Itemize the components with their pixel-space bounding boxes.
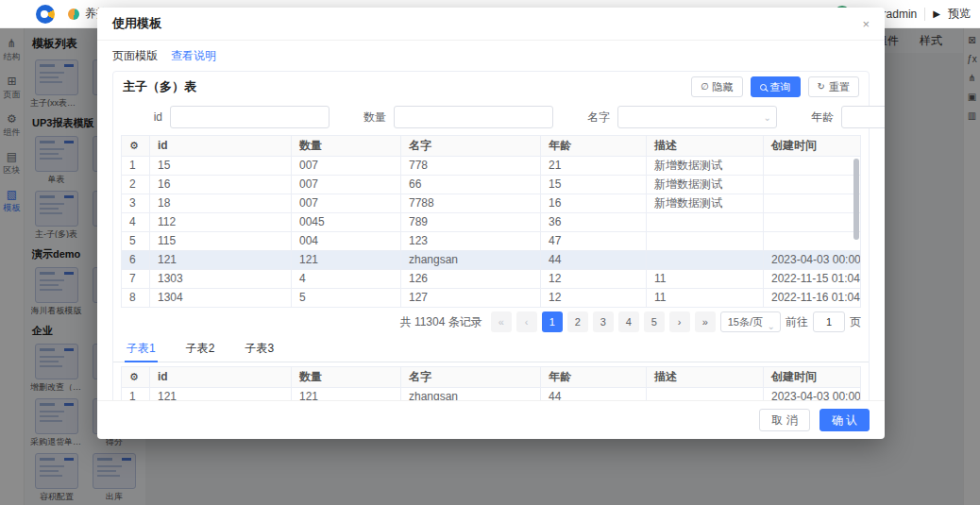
filter-名字-select[interactable] (617, 106, 777, 128)
panel-header: 主子（多）表 ∅隐藏查询↻重置 (113, 72, 869, 101)
table-cell: 007 (292, 176, 401, 194)
main-page-4-button[interactable]: 4 (618, 311, 639, 332)
table-cell: 789 (401, 213, 541, 232)
filter-label: 年龄 (792, 109, 834, 126)
table-row[interactable]: 6121121zhangsan442023-04-03 00:00:00 (122, 251, 861, 270)
table-cell: 12 (541, 270, 647, 289)
confirm-button[interactable]: 确 认 (819, 409, 870, 431)
table-cell: 11 (647, 270, 764, 289)
filter-年龄-input[interactable] (841, 106, 885, 128)
main-page-3-button[interactable]: 3 (593, 311, 614, 332)
main-total-records: 共 11304 条记录 (400, 314, 482, 330)
master-table-panel: 主子（多）表 ∅隐藏查询↻重置 id 数量 名字 ⌄ 年龄 ⚙id数量名字年龄描… (112, 71, 870, 400)
table-cell: 2022-11-16 01:04:04 (764, 289, 861, 308)
filter-field: 名字 ⌄ (568, 106, 792, 128)
main-page-1-button[interactable]: 1 (542, 311, 563, 332)
main-goto-label: 前往 (786, 314, 808, 330)
main-first-page-button[interactable]: « (491, 311, 512, 332)
table-cell: 115 (150, 232, 292, 251)
row-index: 8 (122, 289, 150, 308)
eye-off-icon: ∅ (701, 82, 709, 92)
table-cell: 11 (647, 289, 764, 308)
workspace-dot-icon (68, 8, 79, 20)
filter-数量-input[interactable] (394, 106, 553, 128)
column-header: 数量 (292, 367, 401, 388)
table-cell: 1304 (150, 289, 292, 308)
column-header: 描述 (647, 367, 764, 388)
main-page-size-select[interactable]: 15条/页⌄ (720, 311, 781, 332)
filter-field: 年龄 (792, 106, 885, 128)
panel-title: 主子（多）表 (123, 78, 196, 95)
modal-body: 页面模版 查看说明 主子（多）表 ∅隐藏查询↻重置 id 数量 名字 ⌄ 年龄 (97, 41, 885, 400)
cancel-button[interactable]: 取 消 (759, 409, 809, 431)
table-row[interactable]: 71303412612112022-11-15 01:04:04 (122, 270, 861, 289)
hide-button[interactable]: ∅隐藏 (691, 76, 743, 97)
table-scrollbar[interactable] (853, 159, 859, 240)
row-index: 7 (122, 270, 150, 289)
table-cell: 2023-04-03 00:00:00 (764, 251, 861, 270)
filter-label: 数量 (345, 109, 386, 126)
table-row[interactable]: 511500412347 (122, 232, 861, 251)
table-cell (764, 213, 861, 232)
table-cell (764, 176, 861, 194)
sub-table-wrap: ⚙id数量名字年龄描述创建时间1121121zhangsan442023-04-… (121, 366, 861, 400)
subtable-tab-子表2[interactable]: 子表2 (184, 337, 217, 362)
main-goto-input[interactable] (813, 311, 845, 332)
column-header: 数量 (292, 136, 401, 157)
view-docs-link[interactable]: 查看说明 (171, 48, 216, 64)
column-header: 创建时间 (764, 136, 861, 157)
subtable-tab-子表1[interactable]: 子表1 (125, 337, 158, 362)
table-row[interactable]: 4112004578936 (122, 213, 861, 232)
gear-icon[interactable]: ⚙ (122, 136, 150, 157)
filter-row: id 数量 名字 ⌄ 年龄 (113, 101, 869, 135)
main-last-page-button[interactable]: » (695, 311, 716, 332)
table-cell: 44 (541, 388, 647, 401)
table-cell: 16 (541, 194, 647, 213)
panel-actions: ∅隐藏查询↻重置 (691, 76, 859, 97)
column-header: 年龄 (541, 136, 647, 157)
filter-field: id (121, 106, 345, 128)
main-next-page-button[interactable]: › (669, 311, 690, 332)
table-cell: 778 (401, 157, 541, 176)
table-row[interactable]: 2160076615新增数据测试 (122, 176, 861, 194)
main-table-wrap: ⚙id数量名字年龄描述创建时间11500777821新增数据测试21600766… (121, 135, 861, 308)
main-page-5-button[interactable]: 5 (644, 311, 665, 332)
table-cell: 1303 (150, 270, 292, 289)
main-page-2-button[interactable]: 2 (567, 311, 588, 332)
table-cell: 21 (541, 157, 647, 176)
table-cell: 121 (292, 251, 401, 270)
table-cell: 7788 (401, 194, 541, 213)
table-cell (647, 388, 764, 401)
filter-id-input[interactable] (170, 106, 329, 128)
table-row[interactable]: 81304512712112022-11-16 01:04:04 (122, 289, 861, 308)
reset-button[interactable]: ↻重置 (808, 76, 859, 97)
chevron-down-icon: ⌄ (768, 317, 775, 336)
filter-label: id (121, 110, 162, 124)
table-cell: zhangsan (401, 251, 541, 270)
filter-field: 数量 (345, 106, 568, 128)
gear-icon[interactable]: ⚙ (122, 367, 150, 388)
close-icon[interactable]: × (862, 18, 870, 30)
preview-button[interactable]: 预览 (948, 6, 971, 22)
row-index: 5 (122, 232, 150, 251)
table-row[interactable]: 318007778816新增数据测试 (122, 194, 861, 213)
table-cell: 126 (401, 270, 541, 289)
table-cell: 12 (541, 289, 647, 308)
divider (924, 8, 925, 21)
doc-tabs: 页面模版 查看说明 (112, 48, 870, 64)
column-header: 名字 (401, 136, 541, 157)
subtable-tab-子表3[interactable]: 子表3 (243, 337, 276, 362)
main-goto-unit: 页 (850, 314, 861, 330)
table-cell: 5 (292, 289, 401, 308)
table-cell (647, 251, 764, 270)
tab-page-template[interactable]: 页面模版 (112, 48, 158, 64)
row-index: 2 (122, 176, 150, 194)
main-prev-page-button[interactable]: ‹ (516, 311, 537, 332)
table-row[interactable]: 1121121zhangsan442023-04-03 00:00:00 (122, 388, 861, 401)
table-cell: 新增数据测试 (647, 176, 764, 194)
table-row[interactable]: 11500777821新增数据测试 (122, 157, 861, 176)
table-cell: 0045 (292, 213, 401, 232)
query-button[interactable]: 查询 (751, 76, 801, 97)
table-cell: 121 (292, 388, 401, 401)
row-index: 3 (122, 194, 150, 213)
